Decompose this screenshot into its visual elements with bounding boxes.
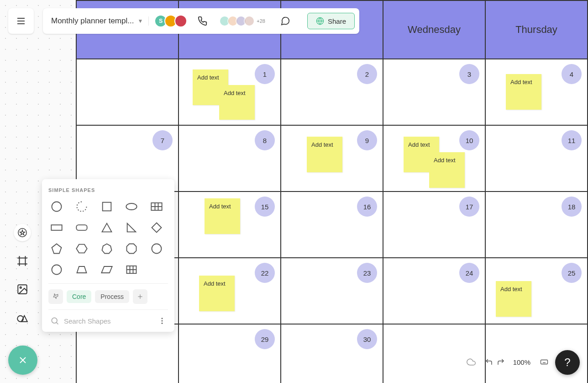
calendar-cell[interactable]: 8 <box>179 126 281 191</box>
undo-button[interactable] <box>485 358 493 366</box>
calendar-cell[interactable]: 1Add textAdd text <box>179 59 281 125</box>
svg-point-17 <box>52 202 62 212</box>
day-number-badge: 25 <box>562 263 582 283</box>
svg-rect-18 <box>102 202 111 211</box>
pin-icon <box>52 293 59 300</box>
calendar-cell[interactable]: 16 <box>281 192 383 257</box>
calendar-cell[interactable]: 15Add text <box>179 192 281 257</box>
day-number-badge: 2 <box>357 64 377 84</box>
viewer-overflow-count: +28 <box>257 18 265 24</box>
calendar-cell[interactable]: 2 <box>281 59 383 125</box>
calendar-cell[interactable]: 22Add text <box>179 258 281 324</box>
shape-decagon[interactable] <box>48 262 65 277</box>
document-title-dropdown[interactable]: Monthly planner templ... ▼ <box>51 16 149 26</box>
sticky-note[interactable]: Add text <box>429 152 465 188</box>
diagram-tool-button[interactable] <box>14 309 31 326</box>
shapes-more-button[interactable] <box>158 317 166 325</box>
calendar-cell[interactable]: 17 <box>383 192 486 257</box>
day-number-badge: 30 <box>357 329 377 349</box>
calendar-cell[interactable]: 24 <box>383 258 486 324</box>
close-panel-button[interactable] <box>8 346 37 375</box>
day-number-badge: 18 <box>562 197 582 217</box>
left-tool-rail <box>14 224 31 326</box>
shape-ellipse[interactable] <box>123 199 140 214</box>
shapes-tool-button[interactable] <box>14 224 31 241</box>
active-collaborators[interactable]: S <box>154 15 187 27</box>
day-number-badge: 24 <box>459 263 479 283</box>
comments-button[interactable] <box>280 16 291 26</box>
calendar-row: 1Add textAdd text234Add text <box>77 59 588 125</box>
shapes-scroll[interactable] <box>48 199 168 277</box>
viewer-avatars[interactable]: +28 <box>222 16 265 27</box>
shape-heptagon[interactable] <box>99 241 115 256</box>
shapes-search-input[interactable] <box>64 317 153 325</box>
sticky-note[interactable]: Add text <box>219 85 255 120</box>
shapes-panel: SIMPLE SHAPES Core Process <box>42 179 174 332</box>
sticky-note[interactable]: Add text <box>205 198 240 234</box>
image-tool-button[interactable] <box>14 281 31 298</box>
shape-nonagon[interactable] <box>148 241 165 256</box>
svg-point-47 <box>162 323 163 324</box>
calendar-cell[interactable]: 11 <box>486 126 588 191</box>
calendar-cell[interactable] <box>77 59 179 125</box>
calendar-cell[interactable] <box>383 324 486 383</box>
frame-tool-button[interactable] <box>14 252 31 270</box>
close-icon <box>17 355 28 366</box>
calendar-cell[interactable]: 4Add text <box>486 59 588 125</box>
calendar-cell[interactable]: 10Add textAdd text <box>383 126 486 191</box>
svg-line-44 <box>57 323 58 324</box>
sticky-note[interactable]: Add text <box>307 137 342 172</box>
sticky-note[interactable]: Add text <box>496 281 531 317</box>
shape-trapezoid[interactable] <box>74 262 90 277</box>
shape-rectangle[interactable] <box>48 220 65 235</box>
redo-button[interactable] <box>497 358 505 366</box>
calendar-cell[interactable]: 18 <box>486 192 588 257</box>
shape-right-triangle[interactable] <box>123 220 140 235</box>
calendar-cell[interactable]: 30 <box>281 324 383 383</box>
call-button[interactable] <box>197 16 207 26</box>
help-button[interactable]: ? <box>555 350 580 375</box>
shape-combo-icon <box>16 312 28 324</box>
shape-pentagon[interactable] <box>48 241 65 256</box>
shape-diamond[interactable] <box>148 220 165 235</box>
share-button[interactable]: Share <box>307 13 355 29</box>
shape-hexagon[interactable] <box>74 241 90 256</box>
calendar-cell[interactable]: 29 <box>179 324 281 383</box>
sticky-note[interactable]: Add text <box>199 276 235 311</box>
shape-grid-shape[interactable] <box>123 262 140 277</box>
shape-table[interactable] <box>148 199 165 214</box>
sticky-note[interactable]: Add text <box>506 74 541 110</box>
shape-circle[interactable] <box>48 199 65 214</box>
day-number-badge: 15 <box>255 197 275 217</box>
calendar-cell[interactable]: 3 <box>383 59 486 125</box>
tab-process[interactable]: Process <box>95 290 129 303</box>
shape-triangle[interactable] <box>99 220 115 235</box>
day-number-badge: 29 <box>255 329 275 349</box>
calendar-cell[interactable]: 25Add text <box>486 258 588 324</box>
keyboard-shortcuts-button[interactable] <box>539 358 550 366</box>
view-controls: 100% <box>466 357 550 367</box>
shape-chart-spinner[interactable] <box>74 199 90 214</box>
shape-parallelogram[interactable] <box>99 262 115 277</box>
add-shape-library-button[interactable] <box>133 289 147 304</box>
svg-marker-32 <box>127 244 136 254</box>
weekday-header: Thursday <box>486 1 588 59</box>
calendar-cell[interactable]: 9Add text <box>281 126 383 191</box>
svg-point-19 <box>126 203 137 210</box>
avatar <box>174 15 187 27</box>
calendar-row: 2930 <box>77 324 588 383</box>
calendar-cell[interactable] <box>77 324 179 383</box>
pin-panel-button[interactable] <box>48 289 63 304</box>
document-title: Monthly planner templ... <box>51 16 134 26</box>
tab-core[interactable]: Core <box>67 290 91 303</box>
day-number-badge: 3 <box>459 64 479 84</box>
calendar-cell[interactable]: 23 <box>281 258 383 324</box>
shape-octagon[interactable] <box>123 241 140 256</box>
shape-square[interactable] <box>99 199 115 214</box>
shape-rounded-rectangle[interactable] <box>74 220 90 235</box>
sync-status-button[interactable] <box>466 357 477 367</box>
hamburger-menu-button[interactable] <box>8 8 34 34</box>
day-number-badge: 7 <box>152 130 173 150</box>
shapes-panel-title: SIMPLE SHAPES <box>48 187 168 193</box>
zoom-level[interactable]: 100% <box>513 358 530 366</box>
